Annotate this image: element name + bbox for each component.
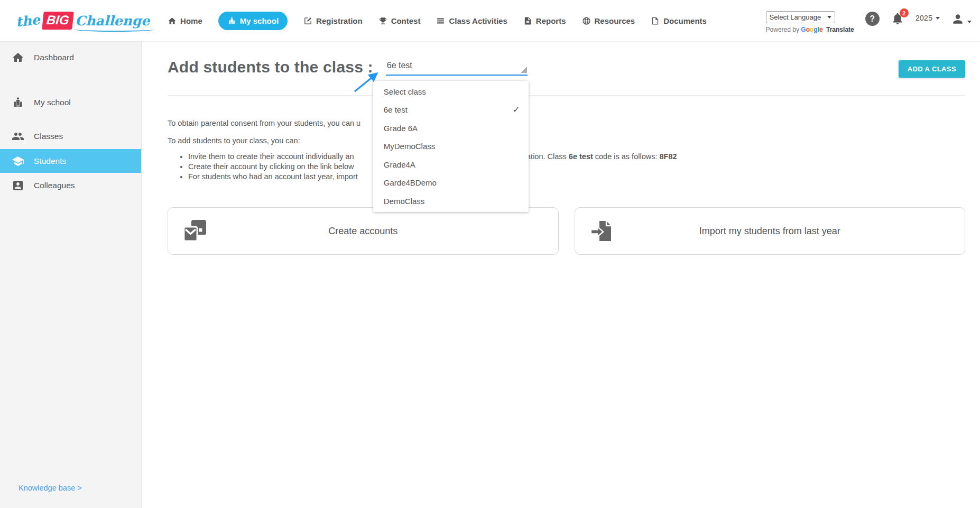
nav-home[interactable]: Home xyxy=(168,16,202,25)
list-item: For students who had an account last yea… xyxy=(188,172,965,182)
page-title: Add students to the class : xyxy=(168,57,373,77)
trophy-icon xyxy=(378,16,387,25)
user-menu[interactable] xyxy=(951,12,972,26)
main-nav: Home My school Registration Contest Clas… xyxy=(168,12,707,30)
import-students-card[interactable]: Import my students from last year xyxy=(575,207,966,255)
card-label: Create accounts xyxy=(168,208,558,254)
question-mark-icon: ? xyxy=(870,14,875,24)
nav-contest[interactable]: Contest xyxy=(378,16,421,25)
nav-registration[interactable]: Registration xyxy=(303,16,363,25)
add-a-class-button[interactable]: ADD A CLASS xyxy=(899,60,965,78)
year-label: 2025 xyxy=(916,14,932,22)
instructions-list: Invite them to create their account indi… xyxy=(168,152,965,182)
big-challenge-logo[interactable]: the BIG Challenge xyxy=(16,12,150,30)
nav-label: Reports xyxy=(536,16,566,25)
documents-file-icon xyxy=(651,16,660,25)
nav-label: Contest xyxy=(391,16,421,25)
list-item: Invite them to create their account indi… xyxy=(188,152,965,162)
school-building-icon xyxy=(12,96,24,109)
nav-documents[interactable]: Documents xyxy=(651,16,707,25)
nav-reports[interactable]: Reports xyxy=(523,16,566,25)
sidebar-item-students[interactable]: Students xyxy=(0,149,141,173)
nav-label: Documents xyxy=(663,16,707,25)
instructions-paragraph: To add students to your class, you can: xyxy=(168,136,965,145)
sidebar-item-dashboard[interactable]: Dashboard xyxy=(0,45,141,69)
class-select-value: 6e test xyxy=(386,61,528,76)
header-right-controls: Select Language Powered by Google Transl… xyxy=(766,11,972,33)
class-option-grade-6a[interactable]: Grade 6A xyxy=(373,119,529,137)
google-translate-widget: Select Language Powered by Google Transl… xyxy=(766,11,854,33)
class-option-mydemoclass[interactable]: MyDemoClass xyxy=(373,137,529,156)
caret-down-icon xyxy=(936,17,940,20)
create-accounts-card[interactable]: Create accounts xyxy=(168,207,559,255)
check-icon: ✓ xyxy=(513,104,520,115)
people-group-icon xyxy=(12,130,24,143)
sidebar-item-colleagues[interactable]: Colleagues xyxy=(0,173,141,197)
translate-text: Translate xyxy=(826,26,854,33)
nav-my-school[interactable]: My school xyxy=(218,12,288,30)
nav-label: Registration xyxy=(316,16,363,25)
logo-the: the xyxy=(15,12,41,30)
google-letter: G xyxy=(801,26,806,33)
class-option-label: 6e test xyxy=(384,105,408,114)
person-icon xyxy=(951,12,965,26)
sidebar-item-label: Colleagues xyxy=(34,181,75,190)
page-heading-row: Add students to the class : 6e test Sele… xyxy=(168,57,965,77)
class-option-6e-test[interactable]: 6e test ✓ xyxy=(373,101,529,119)
contact-card-icon xyxy=(12,179,24,192)
action-cards: Create accounts Import my students from … xyxy=(168,207,965,255)
sidebar-item-label: My school xyxy=(34,98,71,107)
heading-divider xyxy=(168,95,965,96)
year-dropdown[interactable]: 2025 xyxy=(916,14,940,22)
list-item: Create their account by clicking on the … xyxy=(188,162,965,172)
knowledge-base-link[interactable]: Knowledge base > xyxy=(19,484,82,492)
sidebar-item-label: Students xyxy=(34,156,66,166)
logo-challenge: Challenge xyxy=(75,13,150,29)
edit-icon xyxy=(303,16,312,25)
class-code: 8F82 xyxy=(660,152,677,161)
nav-label: Home xyxy=(180,16,202,25)
nav-label: Resources xyxy=(595,16,635,25)
class-dropdown-panel: Select class 6e test ✓ Grade 6A MyDemoCl… xyxy=(373,81,529,212)
intro-paragraph: To obtain parental consent from your stu… xyxy=(168,119,965,127)
globe-icon xyxy=(582,16,591,25)
report-document-icon xyxy=(523,16,532,25)
school-building-icon xyxy=(227,16,236,25)
google-letter: e xyxy=(819,26,823,33)
powered-by-text: Powered by xyxy=(766,26,799,33)
class-option-democlass[interactable]: DemoClass xyxy=(373,192,529,210)
bullet1-middle: code is as follows: xyxy=(593,152,660,161)
graduate-student-icon xyxy=(12,155,24,168)
caret-down-icon xyxy=(967,21,972,23)
bullet1-left-text: Invite them to create their account indi… xyxy=(188,152,354,161)
list-icon xyxy=(436,16,445,25)
class-option-grade4a[interactable]: Grade4A xyxy=(373,155,529,174)
chevron-down-icon xyxy=(827,16,831,19)
dropdown-caret-icon xyxy=(521,67,527,73)
class-option-garde4bdemo[interactable]: Garde4BDemo xyxy=(373,174,529,192)
home-icon xyxy=(168,16,177,25)
google-letter: g xyxy=(813,26,817,33)
nav-label: Class Activities xyxy=(449,16,507,25)
class-select[interactable]: 6e test Select class 6e test ✓ Grade 6A … xyxy=(386,61,528,76)
language-select-value: Select Language xyxy=(770,13,821,21)
card-label: Import my students from last year xyxy=(575,208,965,254)
sidebar-menu: Dashboard My school Classes Students Col… xyxy=(0,41,141,197)
sidebar-item-label: Dashboard xyxy=(34,53,74,62)
notifications-button[interactable]: 2 xyxy=(891,12,904,27)
nav-resources[interactable]: Resources xyxy=(582,16,635,25)
home-icon xyxy=(12,51,24,64)
sidebar-item-label: Classes xyxy=(34,132,63,141)
google-letter: o xyxy=(806,26,810,33)
language-select[interactable]: Select Language xyxy=(766,11,835,23)
sidebar-item-my-school[interactable]: My school xyxy=(0,90,141,114)
nav-class-activities[interactable]: Class Activities xyxy=(436,16,507,25)
sidebar-item-classes[interactable]: Classes xyxy=(0,124,141,148)
class-option-select-class[interactable]: Select class xyxy=(373,82,529,101)
notification-count-badge: 2 xyxy=(900,8,909,17)
logo-big: BIG xyxy=(42,12,73,30)
nav-label: My school xyxy=(240,16,279,25)
top-header: the BIG Challenge Home My school Registr… xyxy=(0,0,980,41)
help-button[interactable]: ? xyxy=(865,12,880,26)
main-content: Add students to the class : 6e test Sele… xyxy=(142,41,980,508)
